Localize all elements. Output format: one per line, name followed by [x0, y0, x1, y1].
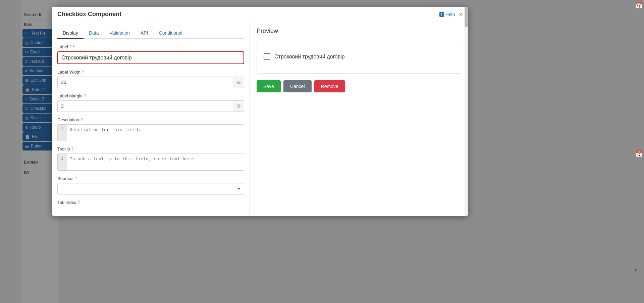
tooltip-label: Tooltip ?: [57, 146, 244, 152]
preview-title: Preview: [257, 28, 461, 35]
label-width-help-icon: ?: [82, 70, 84, 75]
tooltip-line-num: 1: [58, 154, 67, 170]
label-margin-form-group: Label Margin ? %: [57, 93, 244, 112]
modal-title: Checkbox Component: [57, 11, 121, 18]
label-margin-input-group: %: [57, 100, 244, 112]
label-margin-label: Label Margin ?: [57, 93, 244, 98]
tab-conditional[interactable]: Conditional: [154, 28, 188, 39]
shortcut-select[interactable]: [57, 183, 244, 194]
help-icon: ?: [439, 12, 444, 17]
description-textarea-wrapper: 1: [57, 124, 244, 141]
bottom-dropdown-indicator: ▼: [633, 267, 638, 273]
label-margin-suffix: %: [233, 100, 244, 112]
modal-header: Checkbox Component ? Help ×: [52, 7, 468, 22]
preview-checkbox: [264, 53, 270, 60]
label-margin-input[interactable]: [57, 100, 233, 112]
tooltip-textarea-wrapper: 1: [57, 154, 244, 170]
help-link[interactable]: ? Help: [439, 12, 455, 17]
label-width-label: Label Width ?: [57, 70, 244, 75]
description-form-group: Description ? 1: [57, 117, 244, 141]
shortcut-form-group: Shortcut ?: [57, 176, 244, 194]
label-margin-help-icon: ?: [84, 94, 86, 98]
label-width-form-group: Label Width ? %: [57, 70, 244, 88]
description-line-num: 1: [58, 125, 67, 141]
label-width-suffix: %: [233, 77, 244, 88]
tab-index-help-icon: ?: [77, 200, 80, 205]
dropdown-arrow-icon: ▼: [633, 267, 638, 273]
label-width-input-group: %: [57, 77, 244, 88]
label-input[interactable]: [59, 53, 242, 62]
remove-button[interactable]: Remove: [314, 80, 345, 92]
preview-box: Строковий трудовий договір: [257, 40, 461, 74]
label-field-label: Label ? *: [57, 44, 244, 49]
shortcut-label: Shortcut ?: [57, 176, 244, 181]
label-input-wrapper: [57, 51, 244, 64]
preview-checkbox-label: Строковий трудовий договір: [274, 54, 345, 60]
tooltip-form-group: Tooltip ? 1: [57, 146, 244, 170]
svg-text:?: ?: [440, 13, 442, 16]
description-textarea[interactable]: [67, 125, 244, 141]
tab-api[interactable]: API: [135, 28, 154, 39]
modal-scrollbar[interactable]: [465, 7, 468, 216]
modal-dialog: Checkbox Component ? Help × Display Data: [52, 7, 468, 216]
tab-index-form-group: Tab Index ?: [57, 200, 244, 205]
label-form-group: Label ? *: [57, 44, 244, 64]
label-width-input[interactable]: [57, 77, 233, 88]
calendar-icon-top[interactable]: 📅: [635, 2, 642, 9]
calendar-icons-container: 📅 📅: [635, 2, 642, 158]
action-buttons: Save Cancel Remove: [257, 80, 461, 92]
tooltip-help-icon: ?: [71, 147, 74, 152]
calendar-icon-bottom[interactable]: 📅: [635, 150, 642, 158]
required-indicator: *: [73, 44, 75, 49]
description-label: Description ?: [57, 117, 244, 122]
cancel-button[interactable]: Cancel: [283, 80, 312, 92]
tab-validation[interactable]: Validation: [104, 28, 135, 39]
description-help-icon: ?: [80, 118, 83, 122]
modal-scrollbar-thumb: [465, 7, 468, 27]
tab-display[interactable]: Display: [57, 28, 84, 39]
save-button[interactable]: Save: [257, 80, 281, 92]
label-help-icon: ?: [69, 45, 72, 49]
tab-index-label: Tab Index ?: [57, 200, 244, 205]
close-button[interactable]: ×: [459, 11, 463, 17]
modal-header-actions: ? Help ×: [439, 11, 463, 17]
form-section: Display Data Validation API Conditional: [52, 22, 250, 216]
tooltip-textarea[interactable]: [67, 154, 244, 170]
shortcut-help-icon: ?: [75, 176, 77, 181]
tab-bar: Display Data Validation API Conditional: [57, 28, 244, 39]
tab-data[interactable]: Data: [84, 28, 104, 39]
modal-body: Display Data Validation API Conditional: [52, 22, 468, 216]
preview-section: Preview Строковий трудовий договір Save …: [250, 22, 468, 216]
